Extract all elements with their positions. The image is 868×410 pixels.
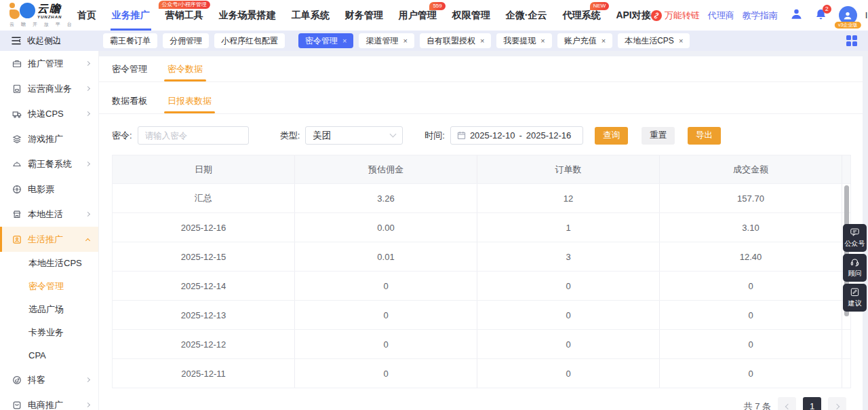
main-content: 密令管理 密令数据 数据看板 日报表数据 密令: 类型: 美团 时间: 2025… [99,51,868,410]
tab-miling-manage[interactable]: 密令管理× [298,33,353,48]
cell-amount: 0 [660,272,842,300]
sidebar-subitem-card-coupon[interactable]: 卡券业务 [0,321,98,344]
sidebar-item-ecommerce-promo[interactable]: 电商推广 [0,392,98,410]
customer-service-icon[interactable] [790,7,803,23]
export-button[interactable]: 导出 [688,127,721,145]
truck-icon [12,109,22,119]
table-row: 2025-12-13 0 0 0 [113,300,850,329]
keyword-input[interactable] [138,126,249,145]
tab-alliance-auth[interactable]: 自有联盟授权× [420,33,491,48]
tab-miling-management[interactable]: 密令管理 [112,56,147,81]
sidebar-subitem-product-plaza[interactable]: 选品广场 [0,298,98,321]
sidebar-subitem-miling-manage[interactable]: 密令管理 [0,275,98,298]
cell-commission: 0.00 [295,213,477,242]
sidebar-item-life-promo[interactable]: 生活推广 [0,227,98,252]
tab-bwc-orders[interactable]: 霸王餐订单 [103,33,157,48]
close-icon[interactable]: × [403,37,407,45]
search-button[interactable]: 查询 [595,127,628,145]
table-row: 汇总 3.26 12 157.70 [113,183,850,212]
tab-miling-data[interactable]: 密令数据 [167,56,203,81]
page-tabs: 密令管理 密令数据 [99,56,863,82]
tab-recharge[interactable]: 账户充值× [557,33,612,48]
floating-action-bar: 公众号 顾问 建议 [843,224,867,312]
user-avatar[interactable]: v3企业版 [839,6,857,24]
nav-item-api[interactable]: API对接 [616,0,650,31]
date-range-picker[interactable]: 2025-12-10 - 2025-12-16 [450,126,583,145]
sidebar-subitem-cpa[interactable]: CPA [0,344,98,367]
close-icon[interactable]: × [679,37,683,45]
cell-amount: 0 [660,359,842,388]
sidebar-item-local-life[interactable]: 本地生活 [0,202,98,227]
column-header-date: 日期 [113,155,295,183]
universal-link-button[interactable]: 万能转链 [651,10,700,22]
film-icon [12,185,22,194]
chat-icon [850,227,860,237]
chevron-right-icon [85,377,90,382]
nav-item-scene-builder[interactable]: 业务场景搭建 [219,0,276,31]
tab-local-life-cps[interactable]: 本地生活CPS× [618,33,690,48]
cell-date: 2025-12-13 [113,301,295,329]
advisor-button[interactable]: 顾问 [843,254,867,282]
nav-item-permissions[interactable]: 权限管理 [452,0,490,31]
table-row: 2025-12-16 0.00 1 3.10 [113,212,850,242]
notification-bell-icon[interactable]: 2 [815,8,827,23]
nav-item-ticket-system[interactable]: 工单系统 [292,0,330,31]
cell-date: 汇总 [113,184,295,212]
time-label: 时间: [425,130,445,142]
nav-item-agent-system[interactable]: 代理系统NEW [562,0,600,31]
collapse-sidebar-button[interactable]: 收起侧边 [0,35,99,47]
sidebar-subitem-local-life-cps[interactable]: 本地生活CPS [0,252,98,275]
cell-amount: 3.10 [660,213,842,242]
cell-amount: 0 [660,301,842,329]
close-icon[interactable]: × [540,37,545,45]
tab-channel-manage[interactable]: 渠道管理× [359,33,414,48]
prev-page-button[interactable] [778,397,796,410]
agent-link[interactable]: 代理商 [708,10,734,22]
guide-link[interactable]: 教学指南 [743,10,778,22]
tab-commission[interactable]: 分佣管理 [163,33,209,48]
type-select[interactable]: 美团 [305,126,403,145]
official-account-button[interactable]: 公众号 [843,224,867,252]
table-row: 2025-12-15 0.01 3 12.40 [113,242,850,271]
close-icon[interactable]: × [342,37,347,45]
cell-date: 2025-12-16 [113,213,295,242]
nav-item-finance[interactable]: 财务管理 [345,0,383,31]
tab-redpacket-config[interactable]: 小程序红包配置 [214,33,285,48]
sidebar-item-movie-ticket[interactable]: 电影票 [0,176,98,202]
brand-logo: 云瞻 YUNZHAN 云 瞻 开 放 平 台 [0,3,75,28]
nav-item-marketing-tools[interactable]: 营销工具公众号/小程序管理 [165,0,203,31]
cell-date: 2025-12-14 [113,272,295,300]
nav-item-home[interactable]: 首页 [77,0,96,31]
tab-data-dashboard[interactable]: 数据看板 [112,88,147,113]
cell-commission: 3.26 [295,184,477,212]
chevron-left-icon [785,403,790,409]
suggest-icon [850,287,860,297]
notification-count-badge: 2 [823,5,831,14]
close-icon[interactable]: × [601,37,606,45]
nav-item-qiwei[interactable]: 企微·企云 [506,0,547,31]
page-number-active[interactable]: 1 [803,397,821,410]
tab-withdraw[interactable]: 我要提现× [496,33,551,48]
tab-daily-report[interactable]: 日报表数据 [167,88,212,113]
chevron-right-icon [833,403,839,409]
link-icon [651,10,662,21]
sidebar-item-operator-business[interactable]: 运营商业务 [0,76,98,101]
reset-button[interactable]: 重置 [642,127,675,145]
nav-item-business-promo[interactable]: 业务推广 [112,0,150,31]
table-header: 日期 预估佣金 订单数 成交金额 [113,155,850,183]
table-row: 2025-12-14 0 0 0 [113,271,850,300]
apps-grid-icon[interactable] [846,35,857,46]
chevron-right-icon [85,111,90,116]
column-header-orders: 订单数 [477,155,660,183]
sidebar-item-game-promo[interactable]: 游戏推广 [0,126,98,151]
suggestion-button[interactable]: 建议 [843,284,867,312]
sidebar-item-bwc-system[interactable]: 霸王餐系统 [0,151,98,176]
next-page-button[interactable] [828,397,846,410]
nav-item-users[interactable]: 用户管理559 [399,0,437,31]
sidebar-item-promo-manage[interactable]: 推广管理 [0,51,98,76]
sidebar-item-douke[interactable]: 抖客 [0,367,98,392]
chevron-right-icon [85,162,90,166]
sidebar-item-express-cps[interactable]: 快递CPS [0,101,98,126]
close-icon[interactable]: × [480,37,484,45]
chevron-right-icon [85,403,90,407]
